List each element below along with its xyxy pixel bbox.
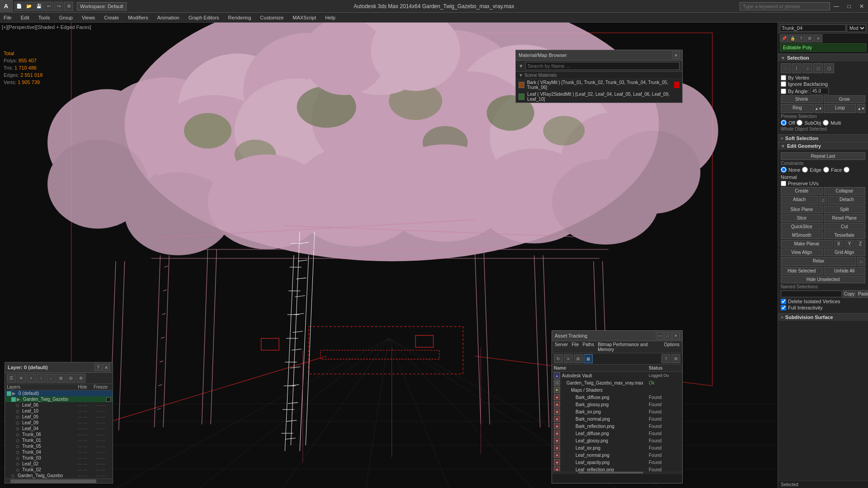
layer-item-leaf10[interactable]: ◇ Leaf_10 — — — — bbox=[5, 408, 113, 414]
layer-item-trunk04[interactable]: ◇ Trunk_04 — — — — bbox=[5, 449, 113, 455]
layer-gazebo2-freeze[interactable]: — — bbox=[90, 474, 111, 478]
constraint-face-radio[interactable] bbox=[823, 167, 829, 173]
ignore-backfacing-row[interactable]: Ignore Backfacing bbox=[781, 81, 865, 87]
ring-spinner[interactable]: ▲▼ bbox=[815, 104, 823, 113]
ring-btn[interactable]: Ring bbox=[781, 104, 814, 113]
rp-pin-btn[interactable]: 📌 bbox=[780, 34, 788, 42]
at-item-file[interactable]: ◫ Garden_Twig_Gazebo_max_vray.max Ok bbox=[552, 379, 682, 386]
split-btn[interactable]: Split bbox=[824, 206, 866, 213]
layer-leaf05-freeze[interactable]: — — bbox=[90, 415, 111, 419]
ignore-backfacing-checkbox[interactable] bbox=[781, 81, 786, 87]
toolbar-undo[interactable]: ↩ bbox=[44, 2, 53, 11]
layer-gazebo2-hide[interactable]: — — bbox=[75, 474, 90, 478]
layer-item-trunk05[interactable]: ◇ Trunk_05 — — — — bbox=[5, 443, 113, 449]
by-angle-row[interactable]: By Angle: bbox=[781, 88, 865, 94]
layer-trunk01-hide[interactable]: — — bbox=[75, 438, 90, 443]
slice-btn[interactable]: Slice bbox=[781, 214, 823, 222]
at-menu-file[interactable]: File bbox=[571, 342, 579, 352]
layer-item-trunk01[interactable]: ◇ Trunk_01 — — — — bbox=[5, 437, 113, 443]
at-menu-bitmap[interactable]: Bitmap Performance and Memory bbox=[598, 342, 660, 352]
layer-leaf10-hide[interactable]: — — bbox=[75, 409, 90, 413]
layer-leaf06-freeze[interactable]: — — bbox=[90, 403, 111, 408]
y-btn[interactable]: Y bbox=[844, 240, 854, 248]
quickslice-btn[interactable]: QuickSlice bbox=[781, 223, 823, 230]
named-paste-btn[interactable]: Paste bbox=[857, 290, 868, 298]
vertex-icon[interactable]: · bbox=[781, 63, 791, 73]
soft-selection-rollout[interactable]: + Soft Selection bbox=[778, 134, 868, 142]
at-item-leaf-ior[interactable]: ■ Leaf_ior.png Found bbox=[552, 444, 682, 451]
rp-help-btn[interactable]: ? bbox=[797, 34, 805, 42]
menu-tools[interactable]: Tools bbox=[37, 14, 52, 21]
editable-poly-item[interactable]: Editable Poly bbox=[780, 43, 866, 52]
menu-edit[interactable]: Edit bbox=[19, 14, 31, 21]
loop-btn[interactable]: Loop bbox=[824, 104, 857, 113]
rp-lock-btn[interactable]: 🔒 bbox=[788, 34, 797, 42]
relax-settings[interactable]: □ bbox=[857, 257, 865, 266]
layer-trunk04-freeze[interactable]: — — bbox=[90, 450, 111, 455]
unhide-all-btn[interactable]: Unhide All bbox=[824, 267, 866, 275]
layer-trunk03-hide[interactable]: — — bbox=[75, 456, 90, 460]
at-item-vault[interactable]: ▲ Autodesk Vault Logged Ou bbox=[552, 372, 682, 379]
layer-leaf02-hide[interactable]: — — bbox=[75, 462, 90, 466]
rp-more-btn[interactable]: ≡ bbox=[814, 34, 822, 42]
layer-trunk04-hide[interactable]: — — bbox=[75, 450, 90, 455]
preview-subobj-radio[interactable] bbox=[797, 120, 802, 126]
layers-delete-btn[interactable]: ✕ bbox=[17, 374, 26, 383]
layer-leaf02-freeze[interactable]: — — bbox=[90, 462, 111, 466]
layer-leaf05-hide[interactable]: — — bbox=[75, 415, 90, 419]
relax-btn[interactable]: Relax bbox=[781, 257, 856, 266]
at-item-bark-normal[interactable]: ■ Bark_normal.png Found bbox=[552, 415, 682, 422]
subdivision-rollout[interactable]: + Subdivision Surface bbox=[778, 313, 868, 321]
by-angle-checkbox[interactable] bbox=[781, 89, 786, 94]
layer-trunk05-freeze[interactable]: — — bbox=[90, 444, 111, 449]
layers-up-btn[interactable]: ↑ bbox=[37, 374, 46, 383]
mat-browser-close[interactable]: ✕ bbox=[672, 52, 679, 59]
polygon-icon[interactable]: □ bbox=[813, 63, 823, 73]
layer-leaf09-freeze[interactable]: — — bbox=[90, 421, 111, 425]
loop-spinner[interactable]: ▲▼ bbox=[857, 104, 865, 113]
at-grid-btn[interactable]: ⊞ bbox=[574, 354, 583, 363]
layer-trunk05-hide[interactable]: — — bbox=[75, 444, 90, 449]
edit-geometry-rollout[interactable]: ▼ Edit Geometry bbox=[778, 142, 868, 150]
toolbar-render-setup[interactable]: ⚙ bbox=[64, 2, 73, 11]
named-sel-input[interactable] bbox=[781, 291, 842, 297]
preview-off-radio[interactable] bbox=[781, 120, 787, 126]
at-item-leaf-glossy[interactable]: ■ Leaf_glossy.png Found bbox=[552, 437, 682, 444]
collapse-btn[interactable]: Collapse bbox=[824, 187, 866, 195]
element-icon[interactable]: ⬡ bbox=[824, 63, 834, 73]
layers-ungroup-btn[interactable]: ⊟ bbox=[66, 374, 75, 383]
selection-rollout[interactable]: ▼ Selection bbox=[778, 54, 868, 61]
layer-leaf04-hide[interactable]: — — bbox=[75, 427, 90, 431]
attach-settings[interactable]: □ bbox=[819, 196, 827, 205]
layer-item-leaf09[interactable]: ◇ Leaf_09 — — — — bbox=[5, 420, 113, 426]
at-scrollbar-thumb[interactable] bbox=[578, 472, 643, 474]
layers-add-btn[interactable]: + bbox=[27, 374, 36, 383]
by-angle-input[interactable] bbox=[811, 88, 829, 94]
make-planar-btn[interactable]: Make Planar bbox=[781, 240, 833, 248]
at-item-leaf-diffuse[interactable]: ■ Leaf_diffuse.png Found bbox=[552, 430, 682, 437]
msmooth-btn[interactable]: MSmooth bbox=[781, 231, 823, 239]
named-copy-btn[interactable]: Copy bbox=[843, 290, 856, 298]
layer-item-leaf04[interactable]: ◇ Leaf_04 — — — — bbox=[5, 426, 113, 432]
layer-leaf10-freeze[interactable]: — — bbox=[90, 409, 111, 413]
modifier-list-select[interactable]: Modifier List bbox=[847, 24, 866, 32]
constraint-normal-radio[interactable] bbox=[844, 167, 849, 173]
by-vertex-row[interactable]: By Vertex bbox=[781, 75, 865, 80]
menu-rendering[interactable]: Rendering bbox=[226, 14, 253, 21]
layer-item-leaf06[interactable]: ◇ Leaf_06 — — — — bbox=[5, 402, 113, 408]
menu-help[interactable]: Help bbox=[323, 14, 337, 21]
toolbar-save[interactable]: 💾 bbox=[34, 2, 43, 11]
at-menu-paths[interactable]: Paths bbox=[583, 342, 594, 352]
at-detail-btn[interactable]: ▦ bbox=[584, 354, 593, 363]
at-item-bark-glossy[interactable]: ■ Bark_glossy.png Found bbox=[552, 401, 682, 408]
z-btn[interactable]: Z bbox=[855, 240, 865, 248]
menu-graph-editors[interactable]: Graph Editors bbox=[187, 14, 221, 21]
reset-plane-btn[interactable]: Reset Plane bbox=[824, 214, 866, 222]
layer-item-default[interactable]: ▶ 0 (default) bbox=[5, 390, 113, 396]
at-menu-options[interactable]: Options bbox=[664, 342, 679, 352]
view-align-btn[interactable]: View Align bbox=[781, 249, 823, 256]
menu-group[interactable]: Group bbox=[57, 14, 75, 21]
menu-modifiers[interactable]: Modifiers bbox=[126, 14, 150, 21]
at-refresh-btn[interactable]: ↻ bbox=[554, 354, 563, 363]
cut-btn[interactable]: Cut bbox=[824, 223, 866, 230]
